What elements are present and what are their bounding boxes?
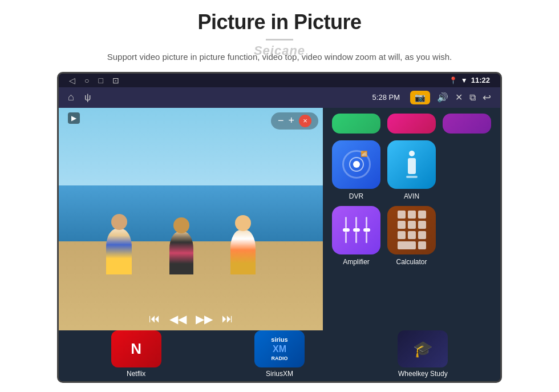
purple-app-icon	[443, 114, 491, 134]
top-bar: ⌂ ψ 5:28 PM 📷 🔊 ✕ ⧉ ↩	[59, 87, 500, 108]
pip-video: ▶ − + × ⏮ ◀◀ ▶▶ ⏭	[59, 108, 323, 330]
siriusxm-label: SiriusXM	[266, 370, 293, 378]
person-3	[230, 230, 256, 274]
pip-play-indicator: ▶	[68, 112, 80, 124]
dvr-icon: 📶	[332, 140, 380, 189]
camera-button[interactable]: 📷	[410, 91, 430, 104]
person-2	[169, 232, 193, 274]
top-bar-left: ⌂ ψ	[68, 91, 91, 103]
home-icon[interactable]: ⌂	[68, 91, 74, 103]
sirius-icon: sirius XM RADIO	[254, 330, 305, 367]
top-bar-right: 5:28 PM 📷 🔊 ✕ ⧉ ↩	[372, 91, 491, 104]
app-avin[interactable]: AVIN	[387, 140, 436, 200]
pink-app-icon	[387, 114, 436, 134]
dvr-inner	[349, 157, 364, 172]
page-header: Picture in Picture	[0, 0, 559, 51]
app-netflix[interactable]: N Netflix	[108, 330, 165, 378]
amp-slider-2	[353, 217, 360, 243]
title-divider	[266, 39, 293, 41]
app-grid-area: 📶 DVR	[323, 108, 500, 330]
dvr-wifi-icon: 📶	[360, 151, 367, 157]
bottom-app-row: N Netflix sirius XM RADIO SiriusXM 🎓 Whe…	[59, 330, 500, 381]
dvr-circle: 📶	[342, 150, 371, 179]
dvr-label: DVR	[349, 192, 363, 200]
app-dvr[interactable]: 📶 DVR	[332, 140, 380, 200]
calculator-label: Calculator	[396, 258, 427, 266]
avin-icon	[387, 140, 436, 189]
back-arrow-icon[interactable]: ↩	[483, 91, 491, 104]
prev-track-btn[interactable]: ⏮	[149, 312, 160, 325]
pip-icon[interactable]: ⧉	[469, 92, 476, 103]
close-icon[interactable]: ✕	[455, 92, 463, 103]
status-bar: ◁ ○ □ ⊡ 📍 ▼ 11:22	[59, 74, 500, 87]
pip-controls: ▶ − + ×	[63, 112, 323, 130]
screenshot-icon[interactable]: ⊡	[112, 76, 119, 85]
forward-btn[interactable]: ▶▶	[196, 312, 213, 326]
location-icon: 📍	[449, 76, 457, 84]
amp-slider-3	[363, 217, 370, 243]
partial-app-green	[332, 114, 380, 134]
recents-icon[interactable]: □	[98, 76, 103, 85]
wifi-icon: ▼	[461, 76, 468, 84]
home-circle-icon[interactable]: ○	[84, 76, 89, 85]
pip-media-controls: ⏮ ◀◀ ▶▶ ⏭	[149, 312, 233, 326]
calc-grid	[395, 208, 428, 252]
next-track-btn[interactable]: ⏭	[222, 312, 233, 325]
netflix-label: Netflix	[127, 370, 145, 378]
avin-label: AVIN	[404, 192, 419, 200]
amp-slider-1	[343, 217, 350, 243]
back-icon[interactable]: ◁	[69, 76, 75, 85]
device-frame: ◁ ○ □ ⊡ 📍 ▼ 11:22 ⌂ ψ 5:28 PM 📷 🔊 ✕ ⧉ ↩	[57, 72, 502, 383]
nav-bar: ◁ ○ □ ⊡	[69, 76, 119, 85]
rewind-btn[interactable]: ◀◀	[169, 312, 187, 326]
partial-app-pink	[387, 114, 436, 134]
partial-app-row	[332, 114, 491, 134]
app-siriusxm[interactable]: sirius XM RADIO SiriusXM	[251, 330, 308, 378]
partial-app-purple	[443, 114, 491, 134]
page-subtitle: Support video picture in picture functio…	[80, 51, 479, 64]
person-1	[106, 229, 132, 274]
usb-icon[interactable]: ψ	[84, 92, 91, 103]
pip-resize-controls: − + ×	[271, 112, 318, 130]
app-wheelkey[interactable]: 🎓 Wheelkey Study	[394, 330, 451, 378]
page-title: Picture in Picture	[0, 10, 559, 34]
pip-minimize-btn[interactable]: −	[278, 115, 284, 127]
status-right: 📍 ▼ 11:22	[449, 76, 490, 84]
app-row-2: Amplifier	[332, 206, 491, 266]
green-app-icon	[332, 114, 380, 134]
status-time: 11:22	[471, 76, 490, 84]
netflix-icon: N	[111, 330, 161, 367]
pip-close-btn[interactable]: ×	[299, 115, 311, 127]
calculator-icon	[387, 206, 436, 254]
volume-icon[interactable]: 🔊	[437, 92, 448, 103]
wheelkey-icon: 🎓	[398, 330, 448, 367]
pip-area: ▶ − + × ⏮ ◀◀ ▶▶ ⏭	[59, 108, 323, 330]
app-calculator[interactable]: Calculator	[387, 206, 436, 266]
pip-maximize-btn[interactable]: +	[288, 115, 294, 127]
wheelkey-label: Wheelkey Study	[398, 370, 448, 378]
app-row-1: 📶 DVR	[332, 140, 491, 200]
amplifier-icon	[332, 206, 380, 254]
top-time: 5:28 PM	[372, 93, 400, 102]
amplifier-label: Amplifier	[343, 258, 370, 266]
app-amplifier[interactable]: Amplifier	[332, 206, 380, 266]
dvr-dot	[353, 161, 360, 168]
main-content: ▶ − + × ⏮ ◀◀ ▶▶ ⏭	[59, 108, 500, 330]
amp-sliders	[343, 217, 370, 243]
